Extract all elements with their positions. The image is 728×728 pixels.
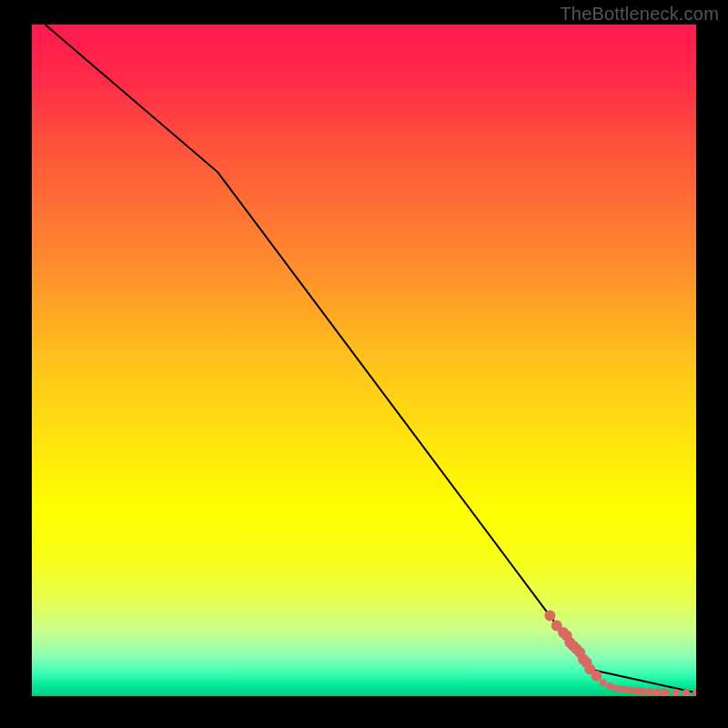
marker-dot xyxy=(606,682,613,690)
chart-plot-area xyxy=(32,25,696,696)
marker-dot xyxy=(600,679,607,686)
marker-dot xyxy=(626,686,633,693)
marker-dot xyxy=(662,689,670,696)
chart-svg xyxy=(32,25,696,696)
marker-dot xyxy=(612,684,620,692)
marker-dot xyxy=(640,688,647,695)
marker-dot xyxy=(672,689,680,696)
marker-dot xyxy=(646,688,653,695)
chart-frame: TheBottleneck.com xyxy=(0,0,728,728)
marker-dot xyxy=(620,686,627,693)
marker-dot xyxy=(682,689,690,696)
chart-background xyxy=(32,25,696,696)
marker-dot xyxy=(544,610,555,621)
watermark-label: TheBottleneck.com xyxy=(560,4,719,25)
marker-dot xyxy=(592,671,602,682)
marker-dot xyxy=(652,689,660,696)
